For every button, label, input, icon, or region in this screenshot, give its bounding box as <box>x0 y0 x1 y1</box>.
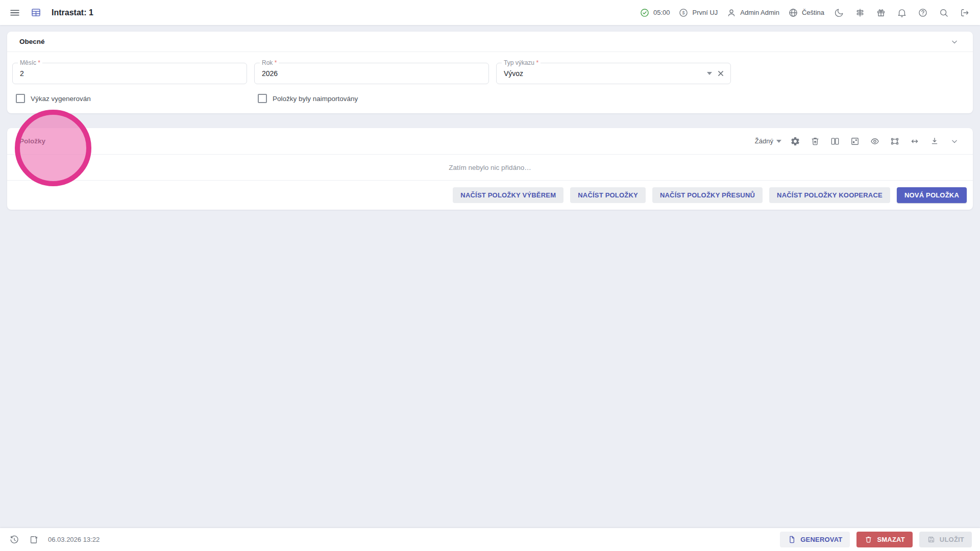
menu-button[interactable] <box>8 6 21 19</box>
bottom-bar: 06.03.2026 13:22 GENEROVAT SMAZAT <box>0 528 980 551</box>
group-by-value: Žádný <box>755 137 773 145</box>
month-field-label: Měsíc * <box>18 59 42 66</box>
imported-checkbox[interactable] <box>258 94 267 103</box>
items-collapse-button[interactable] <box>948 135 961 147</box>
split-columns-icon <box>830 136 840 146</box>
items-card: Položky Žádný <box>7 128 973 210</box>
organization-name: První UJ <box>692 9 718 16</box>
check-circle-icon <box>640 8 650 18</box>
globe-icon <box>788 8 798 18</box>
signpost-button[interactable] <box>854 7 866 19</box>
language-name: Čeština <box>802 9 824 16</box>
notifications-button[interactable] <box>896 7 908 19</box>
help-icon <box>918 8 928 18</box>
history-button[interactable] <box>8 534 20 546</box>
delete-button[interactable]: SMAZAT <box>856 532 912 547</box>
generated-checkbox-label: Výkaz vygenerován <box>31 95 91 103</box>
generate-button[interactable]: GENEROVAT <box>780 532 850 547</box>
items-actions: NAČÍST POLOŽKY VÝBĚREM NAČÍST POLOŽKY NA… <box>7 181 973 210</box>
report-type-input[interactable] <box>497 63 730 84</box>
mosaic-icon <box>850 136 860 146</box>
items-empty-state: Zatím nebylo nic přidáno… <box>7 155 973 181</box>
download-icon <box>929 136 940 146</box>
top-bar: Intrastat: 1 05:00 $ První UJ <box>0 0 980 25</box>
paid-icon: $ <box>678 8 689 18</box>
load-items-button[interactable]: NAČÍST POLOŽKY <box>570 187 646 203</box>
save-button[interactable]: ULOŽIT <box>919 532 972 547</box>
visibility-button[interactable] <box>869 135 881 147</box>
imported-checkbox-label: Položky byly naimportovány <box>273 95 358 103</box>
search-button[interactable] <box>938 7 950 19</box>
split-columns-button[interactable] <box>829 135 841 147</box>
report-type-field-label: Typ výkazu * <box>502 59 541 66</box>
mosaic-view-button[interactable] <box>849 135 861 147</box>
settings-icon <box>790 136 800 146</box>
caret-down-icon[interactable] <box>707 72 712 75</box>
history-icon <box>9 535 19 545</box>
chevron-down-icon <box>949 37 960 47</box>
save-icon <box>927 535 936 544</box>
items-card-title: Položky <box>19 137 45 145</box>
month-field: Měsíc * <box>12 63 247 84</box>
main-content: Obecné Měsíc * <box>0 25 980 528</box>
session-timer[interactable]: 05:00 <box>640 8 670 18</box>
download-button[interactable] <box>928 135 941 147</box>
table-icon <box>31 7 41 18</box>
caret-down-icon <box>776 140 781 143</box>
language-switcher[interactable]: Čeština <box>788 8 824 18</box>
file-icon <box>788 535 796 544</box>
restore-page-icon <box>29 535 39 545</box>
empty-state-text: Zatím nebylo nic přidáno… <box>449 164 531 171</box>
year-field-label: Rok * <box>260 59 279 66</box>
logout-button[interactable] <box>959 7 971 19</box>
load-items-transfers-button[interactable]: NAČÍST POLOŽKY PŘESUNŮ <box>652 187 763 203</box>
organization-switcher[interactable]: $ První UJ <box>678 8 718 18</box>
year-input[interactable] <box>255 63 488 84</box>
general-collapse-button[interactable] <box>948 36 961 48</box>
fit-width-button[interactable] <box>909 135 921 147</box>
trash-restore-icon <box>810 136 820 146</box>
frame-select-button[interactable] <box>889 135 901 147</box>
items-card-header: Položky Žádný <box>7 128 973 155</box>
menu-icon <box>9 7 20 18</box>
general-card: Obecné Měsíc * <box>7 32 973 113</box>
imported-checkbox-cell: Položky byly naimportovány <box>254 94 489 103</box>
year-field: Rok * <box>254 63 489 84</box>
signpost-icon <box>855 8 865 18</box>
logout-icon <box>960 8 970 18</box>
page-title: Intrastat: 1 <box>52 8 93 17</box>
search-icon <box>939 8 949 18</box>
user-name: Admin Admin <box>740 9 779 16</box>
user-menu[interactable]: Admin Admin <box>726 8 779 18</box>
bell-icon <box>897 8 907 18</box>
trash-restore-button[interactable] <box>809 135 821 147</box>
width-arrow-icon <box>910 136 920 146</box>
general-card-title: Obecné <box>19 38 45 45</box>
gift-icon <box>876 8 886 18</box>
general-card-header: Obecné <box>7 32 973 52</box>
last-modified-timestamp: 06.03.2026 13:22 <box>48 536 100 543</box>
whats-new-button[interactable] <box>875 7 887 19</box>
chevron-down-icon <box>949 136 960 146</box>
person-icon <box>726 8 737 18</box>
moon-icon <box>834 8 844 18</box>
load-items-by-selection-button[interactable]: NAČÍST POLOŽKY VÝBĚREM <box>453 187 564 203</box>
group-by-dropdown[interactable]: Žádný <box>755 137 781 145</box>
generated-checkbox[interactable] <box>16 94 25 103</box>
report-type-field: Typ výkazu * <box>496 63 731 84</box>
trash-icon <box>864 535 873 544</box>
frame-select-icon <box>890 136 900 146</box>
svg-text:$: $ <box>682 10 685 15</box>
items-toolbar: Žádný <box>755 135 961 147</box>
load-items-cooperation-button[interactable]: NAČÍST POLOŽKY KOOPERACE <box>769 187 890 203</box>
eye-icon <box>870 136 880 146</box>
new-item-button[interactable]: NOVÁ POLOŽKA <box>897 187 967 203</box>
generated-checkbox-cell: Výkaz vygenerován <box>12 94 247 103</box>
session-time: 05:00 <box>653 9 670 16</box>
dark-mode-button[interactable] <box>833 7 845 19</box>
month-input[interactable] <box>13 63 247 84</box>
restore-page-button[interactable] <box>28 534 40 546</box>
clear-icon[interactable] <box>716 69 725 78</box>
table-settings-button[interactable] <box>789 135 801 147</box>
help-button[interactable] <box>917 7 929 19</box>
